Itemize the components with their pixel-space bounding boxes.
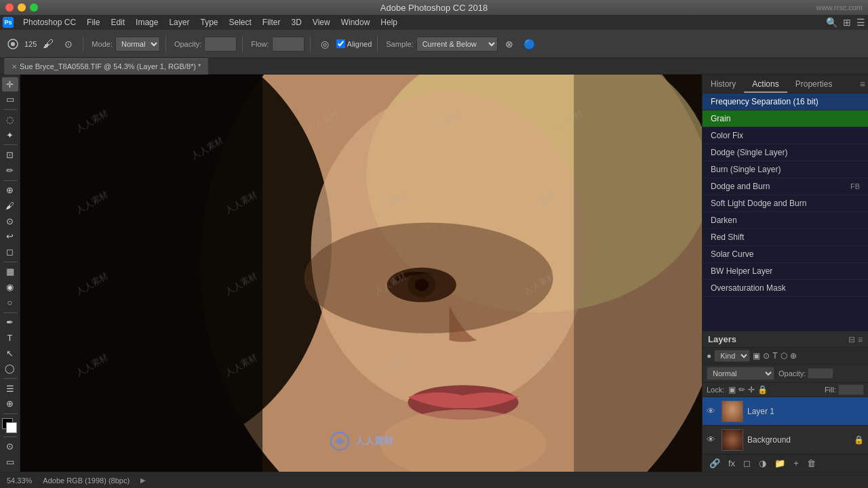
airbrush-icon[interactable]: ◎ [316,35,334,53]
minimize-button[interactable] [18,3,26,12]
add-adjustment-icon[interactable]: ◑ [756,457,769,470]
menu-icon[interactable]: ☰ [856,17,865,28]
blur-tool[interactable]: ◉ [2,280,18,294]
hand-tool[interactable]: ☰ [2,382,18,396]
background-color[interactable] [6,422,17,433]
screen-mode-icon[interactable]: ▭ [2,455,18,469]
add-layer-icon[interactable]: + [791,457,802,470]
fx-icon[interactable]: fx [726,457,738,470]
status-arrow-icon[interactable]: ▶ [140,476,146,484]
flow-input[interactable]: 20% [272,37,304,52]
brush-preset-icon[interactable]: 🖌 [39,35,57,53]
pen-tool[interactable]: ✒ [2,315,18,329]
filter-smart-icon[interactable]: ⊕ [790,351,797,361]
path-select-tool[interactable]: ↖ [2,346,18,361]
mode-select[interactable]: Normal [115,37,160,52]
dodge-tool[interactable]: ○ [2,296,18,310]
lock-move-icon[interactable]: ✛ [748,385,755,394]
history-brush-tool[interactable]: ↩ [2,229,18,243]
tab-close-icon[interactable]: ✕ [12,63,17,70]
shape-tool[interactable]: ◯ [2,361,18,375]
aligned-checkbox[interactable]: Aligned [336,39,372,48]
opacity-input[interactable]: 100% [204,37,237,52]
brush-tool[interactable]: 🖌 [2,199,18,213]
action-red-shift[interactable]: Red Shift [703,229,868,246]
menu-file[interactable]: File [81,16,105,28]
eraser-tool[interactable]: ◻ [2,245,18,259]
filter-shape-icon[interactable]: ⬡ [781,351,787,361]
action-bw-helper[interactable]: BW Helper Layer [703,263,868,280]
sample-select[interactable]: Current & Below [416,37,498,52]
filter-adj-icon[interactable]: ⊙ [763,351,770,361]
menu-photoshop[interactable]: Photoshop CC [18,16,81,28]
action-darken[interactable]: Darken [703,212,868,229]
tab-actions[interactable]: Actions [744,77,787,93]
clone-options-icon[interactable]: ⊙ [60,35,77,53]
action-dodge-burn[interactable]: Dodge and Burn FB [703,178,868,195]
magic-wand-tool[interactable]: ✦ [2,128,18,142]
search-icon[interactable]: 🔍 [826,17,837,28]
filter-type-icon[interactable]: T [772,351,777,361]
move-tool[interactable]: ✛ [2,77,18,92]
panel-menu-icon[interactable]: ≡ [860,79,865,89]
fill-value-input[interactable]: 100% [838,384,864,395]
menu-type[interactable]: Type [195,16,223,28]
color-swatches[interactable] [2,418,18,432]
clone-stamp-alt-icon[interactable]: 🔵 [521,35,538,53]
menu-help[interactable]: Help [375,16,403,28]
clone-stamp-tool[interactable]: ⊙ [2,214,18,228]
filter-pixel-icon[interactable]: ▣ [753,351,760,361]
background-visibility-icon[interactable]: 👁 [707,434,717,445]
action-soft-light[interactable]: Soft Light Dodge and Burn [703,195,868,212]
spot-heal-tool[interactable]: ⊕ [2,184,18,198]
menu-image[interactable]: Image [130,16,163,28]
tab-properties[interactable]: Properties [787,77,841,93]
arrange-icon[interactable]: ⊞ [843,17,851,28]
link-layers-icon[interactable]: 🔗 [707,457,723,470]
layer1-visibility-icon[interactable]: 👁 [707,406,717,416]
delete-layer-icon[interactable]: 🗑 [804,457,818,470]
blend-mode-select[interactable]: Normal [707,367,774,380]
filter-enable-icon[interactable]: ● [707,351,711,361]
tool-sep-5 [3,312,17,313]
layers-menu-icon[interactable]: ≡ [858,335,863,344]
fullscreen-button[interactable] [30,3,38,12]
filter-kind-select[interactable]: Kind [714,350,750,362]
tool-brush-icon[interactable] [4,35,22,53]
menu-filter[interactable]: Filter [257,16,286,28]
quick-mask-icon[interactable]: ⊙ [2,440,18,454]
document-tab[interactable]: ✕ Sue Bryce_T8A0558.TIF @ 54.3% (Layer 1… [4,58,208,75]
add-mask-icon[interactable]: ◻ [741,457,753,470]
action-solar-curve[interactable]: Solar Curve [703,246,868,263]
marquee-tool[interactable]: ▭ [2,93,18,107]
action-burn-single[interactable]: Burn (Single Layer) [703,161,868,178]
crop-tool[interactable]: ⊡ [2,148,18,162]
close-button[interactable] [5,3,14,12]
menu-layer[interactable]: Layer [163,16,195,28]
zoom-tool[interactable]: ⊕ [2,397,18,411]
gradient-tool[interactable]: ▦ [2,265,18,279]
text-tool[interactable]: T [2,331,18,345]
add-group-icon[interactable]: 📁 [772,457,788,470]
menu-3d[interactable]: 3D [286,16,307,28]
lasso-tool[interactable]: ◌ [2,113,18,127]
tab-history[interactable]: History [703,77,744,93]
action-color-fix[interactable]: Color Fix [703,127,868,144]
menu-select[interactable]: Select [223,16,256,28]
lock-transparent-icon[interactable]: ▣ [728,385,736,394]
lock-paint-icon[interactable]: ✏ [738,385,745,394]
action-oversaturation[interactable]: Oversaturation Mask [703,280,868,297]
action-grain[interactable]: Grain [703,110,868,127]
menu-window[interactable]: Window [336,16,376,28]
action-freq-sep[interactable]: Frequency Separation (16 bit) [703,94,868,110]
layer-row-background[interactable]: 👁 Background 🔒 [703,426,868,454]
lock-all-icon[interactable]: 🔒 [757,385,768,394]
ignore-adj-icon[interactable]: ⊗ [500,35,518,53]
menu-edit[interactable]: Edit [105,16,130,28]
menu-view[interactable]: View [307,16,336,28]
eyedropper-tool[interactable]: ✏ [2,163,18,178]
layer-row-layer1[interactable]: 👁 Layer 1 [703,397,868,426]
layers-collapse-icon[interactable]: ⊟ [848,335,855,344]
opacity-value-input[interactable]: 100% [808,368,833,379]
action-dodge-single[interactable]: Dodge (Single Layer) [703,144,868,161]
